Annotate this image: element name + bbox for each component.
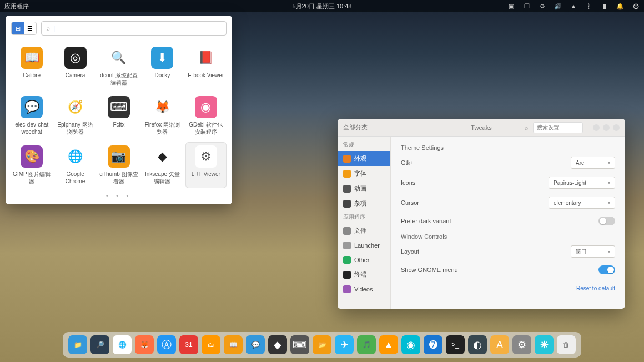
app-elec-dev-chat-weechat[interactable]: 💬elec-dev-chat weechat — [11, 93, 52, 139]
search-input[interactable] — [53, 24, 222, 32]
app-dconf-[interactable]: 🔍dconf 系统配置编辑器 — [98, 43, 139, 89]
grid-view-icon[interactable]: ⊞ — [12, 22, 24, 34]
sidebar-group-apps: 应用程序 — [338, 211, 390, 223]
dock-item-20[interactable]: ⚙ — [512, 335, 531, 354]
app-gdebi-[interactable]: ◉GDebi 软件包安装程序 — [185, 93, 227, 139]
setting-label: Cursor — [401, 199, 419, 206]
dock-item-16[interactable]: ➐ — [424, 335, 442, 354]
box-icon[interactable]: ▣ — [507, 2, 515, 10]
sidebar-item-label: 杂项 — [354, 199, 366, 208]
sidebar-item-杂项[interactable]: 杂项 — [338, 196, 390, 211]
bell-icon[interactable]: 🔔 — [616, 2, 624, 10]
dock-item-4[interactable]: Ⓐ — [157, 335, 176, 354]
sidebar-item-launcher[interactable]: Launcher — [338, 238, 390, 253]
dock-item-7[interactable]: 📖 — [224, 335, 243, 354]
close-button[interactable] — [613, 124, 620, 131]
maximize-button[interactable] — [603, 124, 610, 131]
select-dropdown[interactable]: elementary▾ — [549, 197, 615, 209]
dock-item-8[interactable]: 💬 — [246, 335, 265, 354]
dock-item-18[interactable]: ◐ — [468, 335, 487, 354]
view-toggle[interactable]: ⊞ ☰ — [11, 22, 37, 35]
setting-row-prefer-dark-variant: Prefer dark variant — [401, 217, 615, 225]
app-grid: 📖Calibre◎Camera🔍dconf 系统配置编辑器⬇Docky📕E-bo… — [11, 43, 227, 188]
dock-item-10[interactable]: ⌨ — [290, 335, 309, 354]
sidebar-item-label: 外观 — [354, 154, 366, 163]
sidebar-item-other[interactable]: Other — [338, 253, 390, 267]
tweaks-titlebar[interactable]: 全部分类 Tweaks ⌕ — [338, 119, 625, 137]
dock-item-19[interactable]: A — [490, 335, 509, 354]
wifi-icon[interactable]: ▲ — [570, 2, 577, 10]
app-label: Inkscape 矢量编辑器 — [143, 171, 182, 185]
search-input-wrapper[interactable]: ⌕ — [41, 21, 227, 36]
app-google-chrome[interactable]: 🌐Google Chrome — [54, 142, 95, 188]
dock-item-9[interactable]: ◆ — [268, 335, 287, 354]
app-lrf-viewer[interactable]: ⚙LRF Viewer — [185, 142, 227, 188]
dock-item-0[interactable]: 📁 — [68, 335, 87, 354]
search-icon: ⌕ — [46, 24, 50, 32]
pager-dots[interactable]: • • • — [11, 193, 227, 199]
sidebar-item-videos[interactable]: Videos — [338, 282, 390, 296]
app-e-book-viewer[interactable]: 📕E-book Viewer — [185, 43, 227, 89]
app-epiphany-[interactable]: 🧭Epiphany 网络浏览器 — [54, 93, 95, 139]
app-icon: ◆ — [151, 145, 173, 168]
reset-to-default-link[interactable]: Reset to default — [401, 285, 615, 291]
dock-item-14[interactable]: ▲ — [379, 335, 398, 354]
select-dropdown[interactable]: Arc▾ — [571, 157, 615, 169]
dock-item-5[interactable]: 31 — [179, 335, 198, 354]
app-menu-label[interactable]: 应用程序 — [4, 2, 29, 11]
dock-item-17[interactable]: >_ — [446, 335, 465, 354]
dock-item-1[interactable]: 🔎 — [90, 335, 109, 354]
dock-item-3[interactable]: 🦊 — [135, 335, 154, 354]
sidebar: 常规 外观字体动画杂项 应用程序 文件LauncherOther终端Videos — [338, 137, 391, 309]
dock-item-12[interactable]: ✈ — [335, 335, 354, 354]
toggle-switch[interactable] — [598, 217, 615, 225]
app-gimp-[interactable]: 🎨GIMP 图片编辑器 — [11, 142, 52, 188]
dock-item-13[interactable]: 🎵 — [357, 335, 376, 354]
chevron-down-icon: ▾ — [608, 249, 610, 254]
clock[interactable]: 5月20日 星期三 10:48 — [293, 2, 352, 11]
sidebar-item-文件[interactable]: 文件 — [338, 223, 390, 238]
app-firefox-[interactable]: 🦊Firefox 网络浏览器 — [142, 93, 183, 139]
select-dropdown[interactable]: Papirus-Light▾ — [549, 177, 615, 189]
app-icon: ⚙ — [195, 145, 217, 168]
dock-item-15[interactable]: ◉ — [401, 335, 420, 354]
dock-item-2[interactable]: 🌐 — [113, 335, 132, 354]
sidebar-icon — [343, 271, 351, 279]
battery-icon[interactable]: ▮ — [601, 2, 608, 10]
bluetooth-icon[interactable]: ᛒ — [585, 2, 593, 10]
app-label: E-book Viewer — [188, 72, 224, 79]
app-inkscape-[interactable]: ◆Inkscape 矢量编辑器 — [142, 142, 183, 188]
toggle-switch[interactable] — [598, 265, 615, 274]
app-icon: 🎨 — [21, 145, 43, 168]
sync-icon[interactable]: ⟳ — [539, 2, 546, 10]
volume-icon[interactable]: 🔊 — [554, 2, 562, 10]
select-value: 窗口 — [576, 248, 587, 255]
dock: 📁🔎🌐🦊Ⓐ31🗂📖💬◆⌨📂✈🎵▲◉➐>_◐A⚙❋🗑 — [63, 332, 581, 358]
app-calibre[interactable]: 📖Calibre — [11, 43, 52, 89]
dock-item-11[interactable]: 📂 — [313, 335, 331, 354]
app-label: GDebi 软件包安装程序 — [187, 122, 225, 135]
dock-item-22[interactable]: 🗑 — [557, 335, 576, 354]
app-camera[interactable]: ◎Camera — [54, 43, 95, 89]
select-dropdown[interactable]: 窗口▾ — [571, 245, 615, 258]
sidebar-item-外观[interactable]: 外观 — [338, 151, 390, 166]
dock-item-21[interactable]: ❋ — [535, 335, 554, 354]
tweaks-search-input[interactable] — [533, 122, 583, 133]
layers-icon[interactable]: ❐ — [523, 2, 531, 10]
list-view-icon[interactable]: ☰ — [24, 22, 36, 34]
dock-item-6[interactable]: 🗂 — [202, 335, 220, 354]
chevron-down-icon: ▾ — [608, 180, 610, 185]
app-gthumb-[interactable]: 📷gThumb 图像查看器 — [98, 142, 139, 188]
app-fcitx[interactable]: ⌨Fcitx — [98, 93, 139, 139]
power-icon[interactable]: ⏻ — [632, 2, 640, 10]
sidebar-item-终端[interactable]: 终端 — [338, 267, 390, 282]
app-docky[interactable]: ⬇Docky — [142, 43, 183, 89]
app-icon: 🧭 — [64, 96, 87, 118]
sidebar-item-字体[interactable]: 字体 — [338, 166, 390, 181]
sidebar-item-label: Other — [354, 257, 370, 263]
app-icon: 🔍 — [108, 47, 130, 69]
sidebar-icon — [343, 285, 351, 293]
minimize-button[interactable] — [593, 124, 600, 131]
sidebar-item-动画[interactable]: 动画 — [338, 181, 390, 196]
content-pane: Theme Settings Gtk+Arc▾IconsPapirus-Ligh… — [391, 137, 625, 309]
